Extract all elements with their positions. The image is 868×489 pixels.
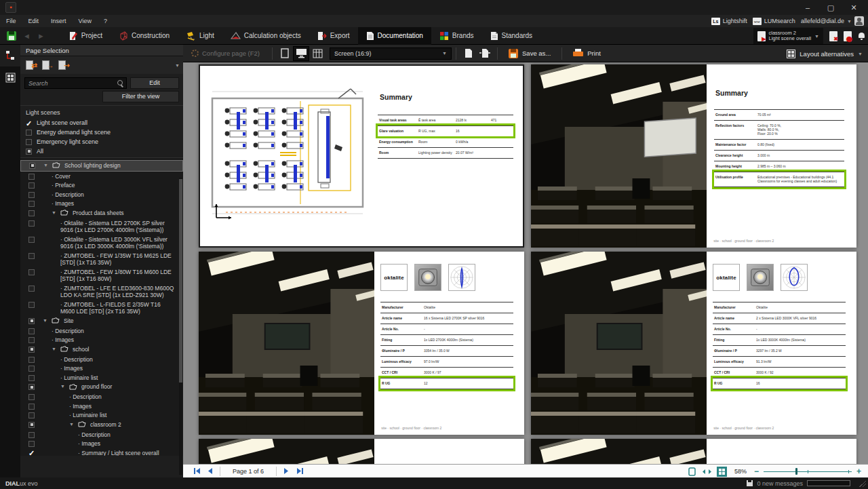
page-preview-6[interactable]: [531, 439, 856, 464]
tree-item[interactable]: Oktalite - Sistema LED 3000K VFL silver …: [20, 235, 183, 251]
checkbox[interactable]: [28, 375, 35, 381]
page-tree-mode-button[interactable]: [0, 45, 20, 66]
menu-item-insert[interactable]: Insert: [45, 15, 73, 27]
tab-construction[interactable]: Construction: [111, 27, 178, 45]
page-preview-2[interactable]: SummaryGround area70.05 m²Reflection fac…: [531, 64, 856, 248]
search-input[interactable]: Search: [24, 77, 127, 89]
chevron-down-icon[interactable]: ▼: [60, 383, 65, 390]
checkbox[interactable]: [28, 210, 35, 216]
save-as-button[interactable]: Save as...: [502, 49, 557, 58]
tree-item[interactable]: Description: [20, 393, 183, 402]
tab-standards[interactable]: Standards: [482, 27, 541, 45]
chevron-down-icon[interactable]: ▼: [52, 210, 56, 216]
checkbox[interactable]: [28, 384, 35, 390]
chevron-down-icon[interactable]: ▼: [52, 346, 56, 353]
table-format-button[interactable]: [309, 46, 326, 61]
minimize-button[interactable]: –: [796, 0, 819, 15]
save-icon[interactable]: [7, 31, 16, 41]
first-page-button[interactable]: [190, 468, 203, 474]
fit-width-button[interactable]: [702, 467, 712, 477]
checkbox[interactable]: [28, 174, 35, 180]
tree-item[interactable]: ZUMTOBEL - L-FIELDS E 2/35W T16 M600 LDE…: [20, 300, 183, 316]
new-page-button[interactable]: [460, 46, 477, 61]
checkbox[interactable]: [29, 163, 35, 169]
page-preview-canvas[interactable]: SummaryVisual task areasĒ task area2128 …: [183, 62, 868, 464]
tree-item[interactable]: ZUMTOBEL - FEW 1/35W T16 M625 LDE [STD] …: [20, 251, 183, 267]
multi-page-view-button[interactable]: [717, 467, 727, 477]
tree-item[interactable]: Luminaire list: [20, 373, 183, 383]
tree-item[interactable]: Description: [20, 355, 183, 364]
menu-item-view[interactable]: View: [73, 15, 98, 27]
insert-page-icon[interactable]: ⇄: [26, 60, 37, 70]
edit-button[interactable]: Edit: [130, 77, 179, 89]
checkbox[interactable]: [28, 450, 35, 456]
checkbox[interactable]: [28, 220, 35, 227]
light-scene-item[interactable]: Emergency light scene: [20, 137, 183, 146]
duplicate-page-button[interactable]: [477, 46, 493, 61]
tab-light[interactable]: Light: [178, 27, 222, 45]
discard-document-icon[interactable]: ✖: [829, 31, 837, 41]
checkbox[interactable]: [28, 347, 35, 353]
light-scene-item[interactable]: All: [20, 146, 183, 156]
lightshift-button[interactable]: Ls Lightshift: [711, 18, 747, 25]
record-document-icon[interactable]: ⬤: [844, 31, 852, 41]
tree-item[interactable]: Images: [20, 439, 183, 449]
checkbox[interactable]: [28, 328, 35, 334]
insert-page-after-icon[interactable]: ⇢: [58, 60, 69, 70]
tree-item[interactable]: Images: [20, 199, 183, 209]
page-preview-4[interactable]: oktalite ManufacturerOktaliteArticle nam…: [531, 252, 856, 435]
menu-item-edit[interactable]: Edit: [22, 15, 45, 27]
configure-page-button[interactable]: Configure page (F2): [183, 50, 268, 57]
next-page-button[interactable]: [279, 468, 293, 474]
checkbox[interactable]: [28, 269, 35, 275]
tree-item[interactable]: Cover: [20, 172, 183, 181]
close-button[interactable]: ✕: [842, 0, 865, 15]
last-page-button[interactable]: [293, 468, 307, 474]
account-menu[interactable]: allefeld@dial.de ▼: [801, 16, 864, 26]
zoom-in-button[interactable]: +: [856, 467, 861, 476]
chevron-down-icon[interactable]: ▼: [69, 421, 74, 428]
checkbox[interactable]: [28, 253, 35, 259]
portrait-format-button[interactable]: [277, 46, 293, 61]
zoom-slider[interactable]: [764, 467, 852, 476]
previous-page-button[interactable]: [203, 468, 217, 474]
chevron-down-icon[interactable]: ▼: [175, 63, 180, 68]
tree-folder[interactable]: ▼Site: [20, 316, 183, 326]
tree-item[interactable]: Preface: [20, 181, 183, 191]
checkbox[interactable]: [28, 394, 35, 400]
sidebar-scrollbar[interactable]: [179, 178, 182, 475]
tab-calculation-objects[interactable]: Calculation objects: [222, 27, 309, 45]
checkbox[interactable]: [28, 286, 35, 292]
menu-item-file[interactable]: File: [0, 15, 22, 27]
checkbox[interactable]: [28, 422, 35, 428]
redo-icon[interactable]: ►: [37, 32, 45, 40]
notifications-bell-icon[interactable]: [858, 32, 865, 40]
tree-folder[interactable]: ▼ground floor: [20, 383, 183, 393]
checkbox[interactable]: [28, 237, 35, 243]
zoom-out-button[interactable]: −: [754, 467, 759, 476]
fit-page-button[interactable]: [687, 467, 697, 477]
tab-documentation[interactable]: Documentation: [358, 27, 431, 45]
screen-format-button[interactable]: [293, 46, 309, 61]
insert-page-before-icon[interactable]: →: [42, 60, 53, 70]
checkbox[interactable]: [26, 139, 32, 145]
checkbox[interactable]: [28, 412, 35, 418]
checkbox[interactable]: [28, 366, 35, 372]
tree-folder[interactable]: ▼classroom 2: [20, 420, 183, 430]
page-preview-3[interactable]: oktalite ManufacturerOktaliteArticle nam…: [199, 252, 524, 435]
tab-project[interactable]: Project: [61, 27, 111, 45]
tree-folder[interactable]: ▼Product data sheets: [20, 208, 183, 218]
tree-item[interactable]: ZUMTOBEL - FEW 1/80W T16 M600 LDE [STD] …: [20, 267, 183, 283]
checkbox[interactable]: [28, 404, 35, 410]
tree-item[interactable]: Description: [20, 190, 183, 199]
checkbox[interactable]: [26, 130, 32, 136]
checkbox[interactable]: [26, 120, 32, 126]
checkbox[interactable]: [28, 441, 35, 447]
active-scene-selector[interactable]: ▶ classroom 2 Light scene overall ▼: [753, 28, 823, 44]
page-preview-1[interactable]: SummaryVisual task areasĒ task area2128 …: [199, 64, 524, 248]
light-scene-item[interactable]: Light scene overall: [20, 118, 183, 128]
checkbox[interactable]: [28, 201, 35, 207]
tree-item[interactable]: Description: [20, 326, 183, 336]
tree-item[interactable]: Oktalite - Sistema LED 2700K SP silver 9…: [20, 218, 183, 235]
page-grid-mode-button[interactable]: [0, 66, 20, 88]
